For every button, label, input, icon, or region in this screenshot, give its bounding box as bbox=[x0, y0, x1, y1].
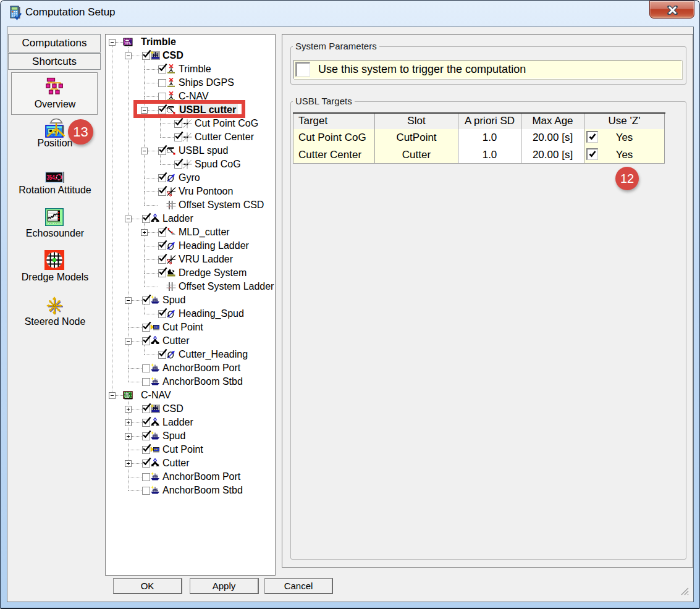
svg-text:354.: 354. bbox=[46, 174, 56, 181]
